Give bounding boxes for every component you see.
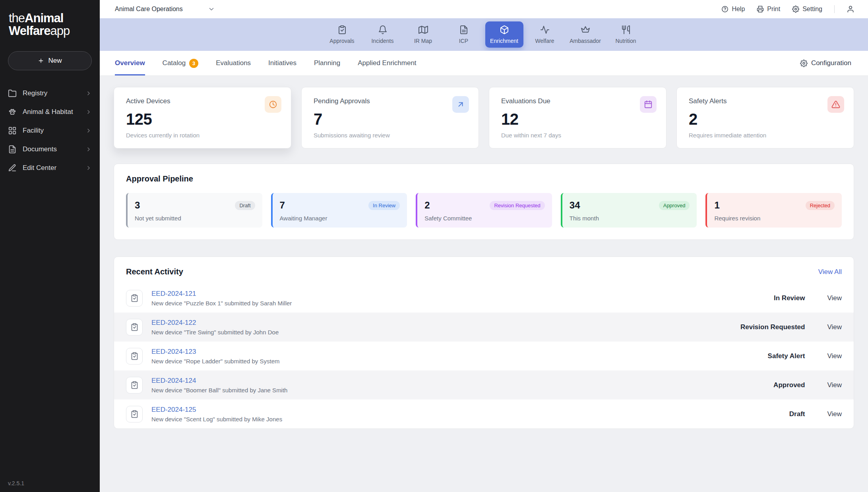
status-badge: Approved xyxy=(659,201,690,210)
activity-row-description: New device "Boomer Ball" submitted by Ja… xyxy=(151,387,287,394)
tabs: Overview Catalog 3 Evaluations Initiativ… xyxy=(115,51,417,75)
nav-item-label: Welfare xyxy=(535,38,554,44)
clipboard-check-icon xyxy=(126,406,143,423)
view-link[interactable]: View xyxy=(827,294,842,302)
stat-value: 125 xyxy=(126,110,279,128)
print-label: Print xyxy=(767,6,780,13)
version-label: v.2.5.1 xyxy=(8,480,24,486)
activity-row-id-link[interactable]: EED-2024-121 xyxy=(151,290,292,298)
stat-title: Pending Approvals xyxy=(314,97,467,105)
stage-count: 7 xyxy=(280,200,285,211)
view-link[interactable]: View xyxy=(827,381,842,389)
topbar-divider xyxy=(834,5,835,13)
sidebar-item-label: Registry xyxy=(23,89,47,97)
view-link[interactable]: View xyxy=(827,323,842,331)
status-badge: In Review xyxy=(368,201,400,210)
sidebar-item-label: Edit Center xyxy=(23,164,56,172)
pipeline-stage-in-review[interactable]: 7 In Review Awaiting Manager xyxy=(271,193,407,228)
status-badge: Rejected xyxy=(806,201,835,210)
printer-icon xyxy=(757,6,764,13)
stat-icon-badge xyxy=(265,96,281,113)
stat-card-pending-approvals[interactable]: Pending Approvals 7 Submissions awaiting… xyxy=(301,87,479,149)
nav-item-incidents[interactable]: Incidents xyxy=(364,21,402,48)
view-all-link[interactable]: View All xyxy=(818,268,842,276)
sidebar-item-edit-center[interactable]: Edit Center xyxy=(0,158,100,177)
nav-item-approvals[interactable]: Approvals xyxy=(323,21,361,48)
tab-overview[interactable]: Overview xyxy=(115,51,145,75)
nav-item-welfare[interactable]: Welfare xyxy=(526,21,564,48)
nav-item-enrichment[interactable]: Enrichment xyxy=(485,21,523,48)
tabbar: Overview Catalog 3 Evaluations Initiativ… xyxy=(100,51,868,76)
logo-app: app xyxy=(50,24,70,38)
print-button[interactable]: Print xyxy=(757,6,780,13)
stat-title: Active Devices xyxy=(126,97,279,105)
nav-item-nutrition[interactable]: Nutrition xyxy=(607,21,645,48)
new-button[interactable]: New xyxy=(8,51,92,70)
stage-count: 34 xyxy=(570,200,580,211)
setting-button[interactable]: Setting xyxy=(792,6,822,13)
stat-title: Safety Alerts xyxy=(689,97,842,105)
context-select[interactable]: Animal Care Operations xyxy=(115,6,215,13)
sidebar-item-registry[interactable]: Registry xyxy=(0,84,100,102)
stat-value: 12 xyxy=(501,110,654,128)
tab-applied-enrichment[interactable]: Applied Enrichment xyxy=(358,51,416,75)
activity-row-description: New device "Rope Ladder" submitted by Sy… xyxy=(151,358,279,365)
tab-initiatives[interactable]: Initiatives xyxy=(268,51,296,75)
logo-animal: Animal xyxy=(25,11,63,25)
clock-icon xyxy=(269,100,277,109)
pipeline-stage-draft[interactable]: 3 Draft Not yet submitted xyxy=(126,193,262,228)
stat-card-active-devices[interactable]: Active Devices 125 Devices currently in … xyxy=(114,87,291,149)
tab-label: Planning xyxy=(314,59,340,67)
logo-the: the xyxy=(9,11,25,25)
configuration-button[interactable]: Configuration xyxy=(800,59,851,67)
activity-row: EED-2024-123 New device "Rope Ladder" su… xyxy=(114,342,854,370)
stat-card-safety-alerts[interactable]: Safety Alerts 2 Requires immediate atten… xyxy=(676,87,854,149)
pipeline-stage-rejected[interactable]: 1 Rejected Requires revision xyxy=(705,193,842,228)
activity-row-id-link[interactable]: EED-2024-124 xyxy=(151,377,287,385)
gear-icon xyxy=(800,60,808,67)
stat-card-evaluations-due[interactable]: Evaluations Due 12 Due within next 7 day… xyxy=(489,87,666,149)
sidebar-item-label: Facility xyxy=(23,127,44,135)
setting-label: Setting xyxy=(802,6,822,13)
activity-row-id-link[interactable]: EED-2024-125 xyxy=(151,406,282,414)
tab-evaluations[interactable]: Evaluations xyxy=(216,51,251,75)
sidebar-item-documents[interactable]: Documents xyxy=(0,140,100,158)
approval-pipeline-card: Approval Pipeline 3 Draft Not yet submit… xyxy=(114,164,854,240)
stat-subtitle: Devices currently in rotation xyxy=(126,132,279,139)
stat-icon-badge xyxy=(452,96,469,113)
status-badge: Draft xyxy=(235,201,255,210)
activity-row-status: Revision Requested xyxy=(740,323,805,331)
sidebar-item-label: Animal & Habitat xyxy=(23,108,73,116)
user-icon[interactable] xyxy=(847,5,854,13)
chevron-right-icon xyxy=(85,146,92,152)
view-link[interactable]: View xyxy=(827,352,842,360)
file-icon xyxy=(459,25,469,35)
clipboard-check-icon xyxy=(126,377,143,394)
edit-pencil-icon xyxy=(8,164,17,172)
help-icon xyxy=(721,6,728,13)
pipeline-stage-revision-requested[interactable]: 2 Revision Requested Safety Committee xyxy=(416,193,552,228)
approvals-icon xyxy=(337,25,347,35)
topbar: Animal Care Operations Help Print Settin… xyxy=(100,0,868,18)
nav-item-ir-map[interactable]: IR Map xyxy=(404,21,442,48)
nav-item-icp[interactable]: ICP xyxy=(445,21,483,48)
paw-icon xyxy=(8,108,17,116)
sidebar-item-animal-habitat[interactable]: Animal & Habitat xyxy=(0,102,100,121)
activity-row: EED-2024-121 New device "Puzzle Box 1" s… xyxy=(114,284,854,313)
pipeline-stage-approved[interactable]: 34 Approved This month xyxy=(561,193,697,228)
catalog-count-badge: 3 xyxy=(189,59,198,68)
sidebar-item-facility[interactable]: Facility xyxy=(0,121,100,140)
tab-planning[interactable]: Planning xyxy=(314,51,340,75)
clipboard-check-icon xyxy=(126,348,143,365)
activity-row-id-link[interactable]: EED-2024-122 xyxy=(151,319,279,327)
tab-catalog[interactable]: Catalog 3 xyxy=(163,51,199,75)
activity-row-id-link[interactable]: EED-2024-123 xyxy=(151,348,279,356)
help-button[interactable]: Help xyxy=(721,6,745,13)
app-root: theAnimal Welfareapp New Registry Animal… xyxy=(0,0,868,492)
activity-title: Recent Activity xyxy=(126,267,183,276)
activity-icon xyxy=(540,25,550,35)
chevron-right-icon xyxy=(85,165,92,171)
view-link[interactable]: View xyxy=(827,410,842,418)
nav-item-ambassador[interactable]: Ambassador xyxy=(566,21,604,48)
activity-row-text: EED-2024-123 New device "Rope Ladder" su… xyxy=(151,348,279,365)
